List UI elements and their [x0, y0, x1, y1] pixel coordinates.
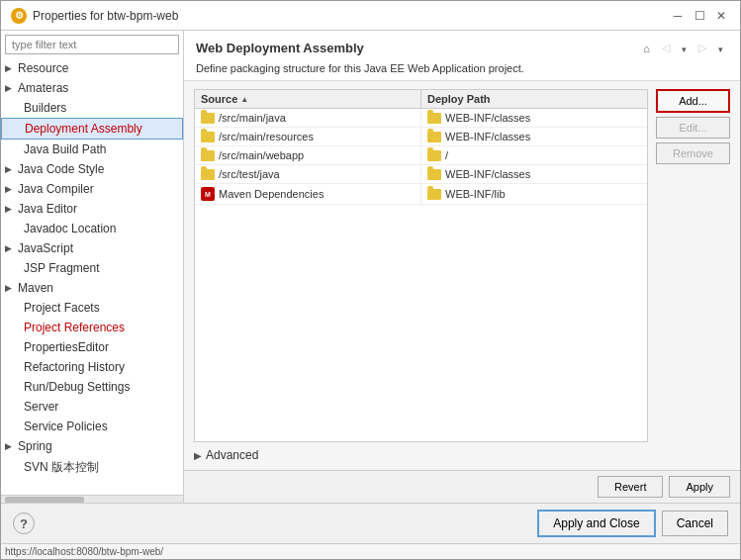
advanced-section: ▶ Advanced — [194, 448, 730, 462]
spacer — [11, 382, 21, 392]
folder-icon — [427, 169, 441, 180]
nav-back-button[interactable]: ◁ — [657, 39, 675, 57]
spacer — [11, 103, 21, 113]
expand-icon: ▶ — [5, 283, 15, 293]
help-button[interactable]: ? — [13, 513, 35, 534]
sidebar-item-refactoring-history[interactable]: Refactoring History — [1, 357, 183, 377]
expand-icon: ▶ — [5, 83, 15, 93]
window-title: Properties for btw-bpm-web — [33, 9, 178, 23]
status-text: https://localhost:8080/btw-bpm-web/ — [5, 546, 163, 557]
sidebar-item-run-debug-settings[interactable]: Run/Debug Settings — [1, 377, 183, 397]
close-button[interactable]: ✕ — [712, 7, 730, 25]
sidebar-item-properties-editor[interactable]: PropertiesEditor — [1, 337, 183, 357]
maximize-button[interactable]: ☐ — [691, 7, 708, 25]
apply-button[interactable]: Apply — [669, 476, 730, 498]
spacer — [12, 124, 22, 134]
dialog-bottom-right: Apply and Close Cancel — [537, 510, 728, 537]
table-row[interactable]: /src/main/resources WEB-INF/classes — [195, 128, 647, 146]
expand-icon: ▶ — [5, 184, 15, 194]
sidebar-item-resource[interactable]: ▶ Resource — [1, 58, 183, 78]
add-button[interactable]: Add... — [656, 89, 730, 113]
panel-title: Web Deployment Assembly — [196, 41, 364, 55]
sidebar-item-javascript[interactable]: ▶ JavaScript — [1, 238, 183, 258]
title-bar: ⚙ Properties for btw-bpm-web ─ ☐ ✕ — [1, 1, 740, 31]
cell-source: /src/main/java — [195, 109, 421, 127]
sidebar-item-javadoc-location[interactable]: Javadoc Location — [1, 219, 183, 238]
expand-icon: ▶ — [5, 63, 15, 73]
sidebar-item-jsp-fragment[interactable]: JSP Fragment — [1, 258, 183, 278]
spacer — [11, 263, 21, 273]
window-icon: ⚙ — [11, 8, 27, 24]
table-header: Source ▲ Deploy Path — [195, 90, 647, 109]
nav-forward-dropdown-button[interactable] — [713, 40, 728, 57]
sidebar-item-java-code-style[interactable]: ▶ Java Code Style — [1, 159, 183, 179]
nav-home-button[interactable]: ⌂ — [638, 40, 655, 57]
dialog-bottom-bar: ? Apply and Close Cancel — [1, 503, 740, 543]
cell-source: /src/main/webapp — [195, 146, 421, 164]
cell-deploy: WEB-INF/classes — [421, 165, 647, 183]
sidebar-item-project-facets[interactable]: Project Facets — [1, 298, 183, 318]
content-area: ▶ Resource ▶ Amateras Builders Deploymen… — [1, 31, 740, 503]
main-body: Source ▲ Deploy Path — [184, 81, 740, 470]
folder-icon — [201, 150, 215, 161]
folder-icon — [201, 169, 215, 180]
main-panel: Web Deployment Assembly ⌂ ◁ ▷ Define pac… — [184, 31, 740, 503]
nav-buttons: ⌂ ◁ ▷ — [638, 39, 728, 57]
cell-deploy: WEB-INF/lib — [421, 184, 647, 204]
sidebar-item-server[interactable]: Server — [1, 397, 183, 417]
sidebar-scrollbar-track[interactable] — [1, 495, 183, 503]
folder-icon — [427, 150, 441, 161]
sidebar-item-maven[interactable]: ▶ Maven — [1, 278, 183, 298]
nav-dropdown-button[interactable] — [677, 40, 692, 57]
col-source-header: Source ▲ — [195, 90, 421, 108]
sidebar-item-spring[interactable]: ▶ Spring — [1, 436, 183, 456]
sidebar: ▶ Resource ▶ Amateras Builders Deploymen… — [1, 31, 184, 503]
spacer — [11, 224, 21, 233]
title-bar-left: ⚙ Properties for btw-bpm-web — [11, 8, 178, 24]
sidebar-item-java-compiler[interactable]: ▶ Java Compiler — [1, 179, 183, 199]
dialog-bottom-left: ? — [13, 513, 35, 534]
nav-forward-button[interactable]: ▷ — [694, 39, 711, 57]
table-row[interactable]: /src/main/webapp / — [195, 146, 647, 165]
filter-input[interactable] — [5, 35, 179, 54]
spacer — [11, 421, 21, 431]
sidebar-item-java-build-path[interactable]: Java Build Path — [1, 140, 183, 159]
main-header: Web Deployment Assembly ⌂ ◁ ▷ Define pac… — [184, 31, 740, 81]
bottom-buttons: Revert Apply — [184, 470, 740, 503]
folder-icon — [201, 132, 215, 142]
spacer — [11, 323, 21, 332]
cell-deploy: WEB-INF/classes — [421, 109, 647, 127]
advanced-label: Advanced — [206, 448, 258, 462]
spacer — [11, 342, 21, 352]
sidebar-scrollbar-thumb[interactable] — [5, 497, 84, 503]
maven-icon: M — [201, 187, 215, 201]
sort-arrow-icon: ▲ — [240, 95, 248, 104]
description-text: Define packaging structure for this Java… — [196, 62, 728, 74]
table-row[interactable]: /src/main/java WEB-INF/classes — [195, 109, 647, 128]
sidebar-item-builders[interactable]: Builders — [1, 98, 183, 118]
minimize-button[interactable]: ─ — [669, 7, 687, 25]
expand-icon: ▶ — [5, 164, 15, 174]
deployment-table: Source ▲ Deploy Path — [194, 89, 648, 442]
folder-icon — [427, 113, 441, 124]
spacer — [11, 402, 21, 412]
sidebar-item-amateras[interactable]: ▶ Amateras — [1, 78, 183, 98]
remove-button[interactable]: Remove — [656, 142, 730, 164]
cell-source: /src/main/resources — [195, 128, 421, 145]
expand-icon: ▶ — [5, 243, 15, 253]
cell-source: /src/test/java — [195, 165, 421, 183]
table-row[interactable]: /src/test/java WEB-INF/classes — [195, 165, 647, 184]
action-buttons: Add... Edit... Remove — [656, 89, 730, 442]
sidebar-item-deployment-assembly[interactable]: Deployment Assembly — [1, 118, 183, 140]
edit-button[interactable]: Edit... — [656, 117, 730, 139]
apply-and-close-button[interactable]: Apply and Close — [537, 510, 655, 537]
sidebar-item-project-references[interactable]: Project References — [1, 318, 183, 337]
sidebar-item-svn[interactable]: SVN 版本控制 — [1, 456, 183, 479]
revert-button[interactable]: Revert — [598, 476, 663, 498]
sidebar-item-java-editor[interactable]: ▶ Java Editor — [1, 199, 183, 219]
advanced-expand-icon[interactable]: ▶ — [194, 450, 202, 461]
sidebar-item-service-policies[interactable]: Service Policies — [1, 417, 183, 436]
cell-source: M Maven Dependencies — [195, 184, 421, 204]
table-row[interactable]: M Maven Dependencies WEB-INF/lib — [195, 184, 647, 205]
cancel-button[interactable]: Cancel — [662, 511, 728, 536]
